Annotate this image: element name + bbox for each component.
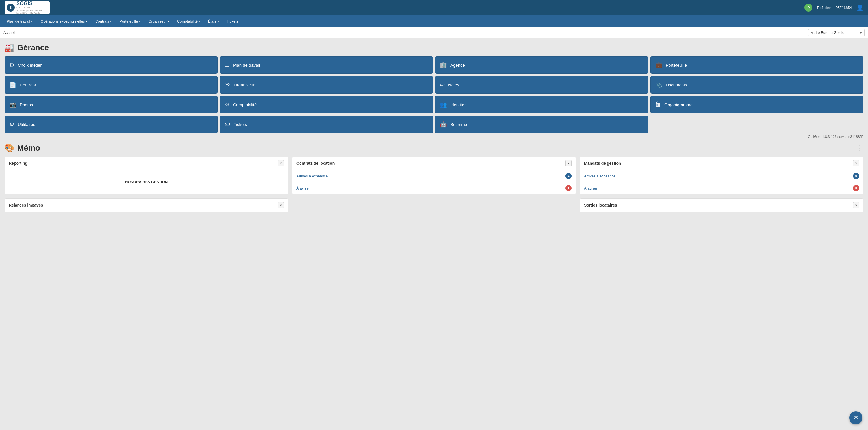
badge-a-aviser-contrats: 1 (565, 185, 571, 191)
mandats-gestion-link-label-0[interactable]: Arrivés à échéance (584, 174, 615, 178)
contrats-location-link-0[interactable]: Arrivés à échéance 4 (292, 170, 576, 182)
tickets-icon: 🏷 (225, 121, 230, 128)
photos-icon: 📷 (9, 101, 17, 108)
gerance-grid: ⚙ Choix métier ☰ Plan de travail 🏢 Agenc… (4, 56, 864, 133)
memo-bottom-cards: Relances impayés × Sorties locataires × (4, 198, 864, 212)
notes-icon: ✏ (440, 81, 445, 88)
tile-organigramme[interactable]: 🏛 Organigramme (650, 96, 864, 113)
tile-choix-metier[interactable]: ⚙ Choix métier (4, 56, 218, 74)
tile-tickets[interactable]: 🏷 Tickets (220, 116, 433, 133)
empty-bottom-card-1 (292, 198, 576, 212)
menu-operations[interactable]: Opérations exceptionnelles ▾ (37, 18, 91, 25)
card-reporting-body: HONORAIRES GESTION (5, 170, 288, 193)
tile-organiseur-label: Organiseur (234, 83, 255, 87)
mandats-gestion-link-1[interactable]: À aviser 0 (580, 182, 863, 194)
memo-cards: Reporting × HONORAIRES GESTION Contrats … (4, 156, 864, 194)
organigramme-icon: 🏛 (655, 101, 661, 108)
card-reporting-title: Reporting (9, 161, 27, 165)
organiseur-icon: 👁 (225, 82, 230, 88)
ref-client: Réf client : 06Z16854 (817, 6, 852, 10)
menu-comptabilite[interactable]: Comptabilité ▾ (174, 18, 204, 25)
menu-organiseur[interactable]: Organiseur ▾ (145, 18, 173, 25)
menu-organiseur-arrow: ▾ (168, 20, 169, 23)
portefeuille-icon: 💼 (655, 62, 662, 68)
menu-plan-travail[interactable]: Plan de travail ▾ (3, 18, 36, 25)
top-right: ? Réf client : 06Z16854 👤 (804, 4, 864, 11)
badge-a-aviser-mandats: 0 (853, 185, 859, 191)
tile-identites[interactable]: 👥 Identités (435, 96, 648, 113)
tile-portefeuille[interactable]: 💼 Portefeuille (650, 56, 864, 74)
botimmo-icon: 🤖 (440, 121, 447, 128)
memo-title: Mémo (17, 144, 40, 153)
user-icon[interactable]: 👤 (857, 4, 864, 11)
menu-etats[interactable]: États ▾ (205, 18, 222, 25)
mandats-gestion-link-label-1[interactable]: À aviser (584, 186, 597, 190)
tile-contrats-label: Contrats (20, 83, 36, 87)
tile-contrats[interactable]: 📄 Contrats (4, 76, 218, 94)
tile-organigramme-label: Organigramme (664, 102, 692, 107)
tile-comptabilite[interactable]: ⚙ Comptabilité (220, 96, 433, 113)
choix-metier-icon: ⚙ (9, 62, 14, 68)
menu-portefeuille-label: Portefeuille (120, 19, 138, 24)
card-mandats-gestion-header: Mandats de gestion × (580, 157, 863, 170)
card-contrats-location: Contrats de location × Arrivés à échéanc… (292, 156, 576, 194)
menu-plan-travail-arrow: ▾ (31, 20, 32, 23)
tile-documents[interactable]: 📎 Documents (650, 76, 864, 94)
tile-notes[interactable]: ✏ Notes (435, 76, 648, 94)
help-button[interactable]: ? (804, 4, 812, 11)
tile-comptabilite-label: Comptabilité (233, 102, 256, 107)
card-reporting-close[interactable]: × (278, 160, 284, 166)
main-content: 🏭 Gérance ⚙ Choix métier ☰ Plan de trava… (0, 38, 868, 217)
gerance-title: Gérance (17, 43, 49, 52)
tile-agence[interactable]: 🏢 Agence (435, 56, 648, 74)
menu-portefeuille[interactable]: Portefeuille ▾ (116, 18, 144, 25)
card-contrats-location-body: Arrivés à échéance 4 À aviser 1 (292, 170, 576, 194)
card-mandats-gestion: Mandats de gestion × Arrivés à échéance … (580, 156, 864, 194)
card-mandats-gestion-close[interactable]: × (853, 160, 859, 166)
menu-operations-label: Opérations exceptionnelles (40, 19, 85, 24)
tile-photos[interactable]: 📷 Photos (4, 96, 218, 113)
logo-circle: S (7, 4, 15, 11)
memo-options-button[interactable]: ⋮ (857, 144, 864, 152)
palette-icon: 🎨 (4, 143, 14, 153)
menu-tickets[interactable]: Tickets ▾ (223, 18, 244, 25)
factory-icon: 🏭 (4, 43, 14, 52)
card-relances-impayes-close[interactable]: × (278, 202, 284, 208)
card-contrats-location-close[interactable]: × (565, 160, 571, 166)
tile-notes-label: Notes (448, 83, 459, 87)
logo-name: SOGIS (17, 1, 41, 6)
bureau-select[interactable]: M. Le Bureau Gestion (808, 29, 865, 36)
menu-bar: Plan de travail ▾ Opérations exceptionne… (0, 15, 868, 27)
version-info: OptiGest 1.8.3-123 serv : ns3118850 (4, 135, 864, 139)
breadcrumb: Accueil (3, 31, 805, 35)
tile-tickets-label: Tickets (234, 122, 247, 127)
tile-botimmo-label: Botimmo (451, 122, 467, 127)
card-mandats-gestion-title: Mandats de gestion (584, 161, 621, 165)
card-contrats-location-title: Contrats de location (297, 161, 335, 165)
comptabilite-icon: ⚙ (225, 101, 230, 108)
contrats-location-link-label-0[interactable]: Arrivés à échéance (297, 174, 328, 178)
memo-title-area: 🎨 Mémo (4, 143, 40, 153)
card-sorties-locataires-header: Sorties locataires × (580, 198, 863, 212)
contrats-location-link-1[interactable]: À aviser 1 (292, 182, 576, 194)
contrats-location-link-label-1[interactable]: À aviser (297, 186, 310, 190)
memo-header: 🎨 Mémo ⋮ (4, 143, 864, 153)
menu-contrats[interactable]: Contrats ▾ (92, 18, 115, 25)
tile-agence-label: Agence (451, 63, 465, 67)
logo-text: SOGIS SPRL · BVBASolutions pour la Gesti… (17, 1, 41, 15)
menu-portefeuille-arrow: ▾ (139, 20, 141, 23)
badge-arrives-echeance-mandats: 0 (853, 173, 859, 179)
menu-etats-arrow: ▾ (218, 20, 219, 23)
tile-plan-travail[interactable]: ☰ Plan de travail (220, 56, 433, 74)
mandats-gestion-link-0[interactable]: Arrivés à échéance 0 (580, 170, 863, 182)
logo-sub: SPRL · BVBASolutions pour la GestionImmo… (17, 6, 41, 15)
card-sorties-locataires-close[interactable]: × (853, 202, 859, 208)
tile-utilitaires[interactable]: ⚙ Utilitaires (4, 116, 218, 133)
card-mandats-gestion-body: Arrivés à échéance 0 À aviser 0 (580, 170, 863, 194)
tile-organiseur[interactable]: 👁 Organiseur (220, 76, 433, 94)
logo[interactable]: S SOGIS SPRL · BVBASolutions pour la Ges… (4, 1, 50, 14)
card-reporting: Reporting × HONORAIRES GESTION (4, 156, 288, 194)
agence-icon: 🏢 (440, 62, 447, 68)
tile-botimmo[interactable]: 🤖 Botimmo (435, 116, 648, 133)
documents-icon: 📎 (655, 81, 662, 88)
